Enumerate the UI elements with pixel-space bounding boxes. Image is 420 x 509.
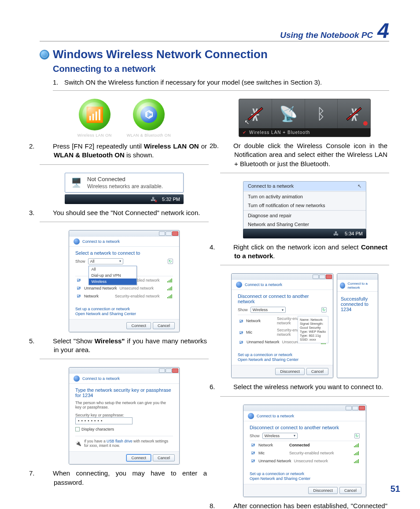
cancel-button[interactable]: Cancel (339, 487, 361, 494)
disconnect-button[interactable]: Disconnect (308, 487, 338, 494)
show-dropdown[interactable]: All▾ All Dial-up and VPN Wireless (88, 258, 123, 264)
network-row[interactable]: 🖳Unnamed NetworkUnsecured network (75, 284, 173, 292)
ctx-connect[interactable]: Connect to a network↖ (243, 182, 366, 191)
taskbar: 🖧 5:32 PM (65, 194, 184, 204)
back-icon[interactable] (74, 238, 80, 245)
wlan-icon[interactable]: 📡 (272, 99, 305, 128)
connect-dialog-show-filter: Connect to a network Select a network to… (69, 230, 180, 332)
section-title: Using the Notebook PC (280, 30, 373, 40)
globe-icon (40, 50, 49, 59)
link-sharing-center[interactable]: Open Network and Sharing Center (238, 357, 327, 362)
taskbar: 🖧 5:34 PM (243, 229, 366, 238)
show-dropdown-menu: All Dial-up and VPN Wireless (88, 266, 137, 285)
dialog-heading: Disconnect or connect to another network (250, 425, 360, 430)
page-title-row: Windows Wireless Network Connection (40, 48, 389, 61)
step-7: 7.When connecting, you may have to enter… (52, 469, 209, 487)
connected-callout-dialog: Connect to a network Successfully connec… (337, 273, 378, 378)
network-row[interactable]: 🖳NetworkSecurity-enabled network (75, 292, 173, 300)
step-1: 1.Switch ON the Wireless function if nec… (53, 78, 389, 91)
taskbar-time: 5:34 PM (345, 231, 363, 236)
cancel-button[interactable]: Cancel (153, 322, 175, 329)
check-icon: ✔ (243, 130, 247, 135)
refresh-icon[interactable]: ↻ (354, 433, 360, 438)
network-tooltip: Name: Network Signal Strength: Good Secu… (298, 316, 328, 343)
wlan-bt-off-icon[interactable]: ᚕ↖ (239, 99, 272, 128)
ctx-diagnose[interactable]: Diagnose and repair (243, 211, 366, 220)
show-dropdown[interactable]: Wireless▾ (262, 433, 298, 439)
close-icon[interactable] (172, 368, 178, 373)
back-icon[interactable] (248, 413, 254, 419)
step-4: 4.Right click on the network icon and se… (232, 243, 389, 261)
refresh-icon[interactable]: ↻ (168, 259, 173, 264)
connect-button[interactable]: Connect (126, 454, 151, 461)
link-sharing-center[interactable]: Open Network and Sharing Center (250, 476, 360, 481)
passphrase-dialog: Connect to a network Type the network se… (69, 367, 180, 464)
not-connected-tooltip: 🖥️ Not Connected Wireless networks are a… (65, 173, 184, 204)
cursor-icon: ↖ (357, 183, 361, 189)
network-row[interactable]: 🖳MicSecurity-enabled network (250, 449, 360, 457)
close-icon[interactable] (172, 231, 178, 236)
link-setup-connection[interactable]: Set up a connection or network (250, 472, 360, 476)
ctx-notification[interactable]: Turn off notification of new networks (243, 201, 366, 210)
network-tray-icon[interactable]: 🖧 (151, 196, 156, 202)
tooltip-subtitle: Wireless networks are available. (87, 183, 163, 189)
step-8: 8.After connection has been established,… (232, 502, 389, 509)
ctx-sharing[interactable]: Network and Sharing Center (243, 220, 366, 229)
link-sharing-center[interactable]: Open Network and Sharing Center (75, 312, 173, 316)
tooltip-title: Not Connected (87, 176, 163, 182)
display-chars-checkbox[interactable]: Display characters (75, 427, 173, 431)
network-row[interactable]: 🖳NetworkConnected (250, 441, 360, 449)
monitors-icon: 🖥️ (70, 176, 83, 189)
step-2: 2.Press [FN F2] repeatedly until Wireles… (52, 142, 209, 160)
wlan-on-caption: Wireless LAN ON (77, 133, 112, 137)
osd-icons: 📶 Wireless LAN ON ⌬ WLAN & Bluetooth ON (77, 99, 171, 137)
select-network-dialog: Connect to a network Disconnect or conne… (231, 273, 333, 378)
cursor-icon: ↖ (244, 119, 250, 126)
dialog-heading: Type the network security key or passphr… (75, 387, 173, 398)
step-2b: 2b.Or double click the Wireless Console … (232, 141, 389, 168)
step-6: 6.Select the wireless network you want t… (232, 383, 389, 391)
cancel-button[interactable]: Cancel (306, 368, 328, 375)
back-icon[interactable] (340, 282, 345, 289)
chapter-number: 4 (377, 21, 389, 40)
all-off-icon[interactable]: ᚕ (338, 99, 370, 128)
strip-label: Wireless LAN + Bluetooth (249, 130, 310, 135)
step-5: 5.Select "Show Wireless" if you have man… (52, 337, 209, 355)
page-number: 51 (391, 484, 400, 494)
network-context-menu-figure: Connect to a network↖ Turn on activity a… (243, 181, 366, 238)
close-icon[interactable] (359, 406, 365, 410)
cancel-button[interactable]: Cancel (153, 454, 175, 461)
taskbar-time: 5:32 PM (162, 197, 180, 202)
context-menu: Connect to a network↖ Turn on activity a… (243, 181, 366, 229)
wireless-console-strip: ᚕ↖ 📡 ᛒ ᚕ ✔Wireless LAN + Bluetooth (239, 99, 371, 137)
page-header: Using the Notebook PC 4 (40, 21, 389, 41)
dialog-heading: Disconnect or connect to another network (238, 294, 327, 304)
connect-button[interactable]: Connect (126, 322, 151, 329)
close-icon[interactable] (326, 275, 332, 279)
show-dropdown[interactable]: Wireless▾ (251, 307, 286, 313)
disconnect-button[interactable]: Disconnect (275, 368, 305, 375)
wlan-bt-on-icon: ⌬ (133, 99, 165, 130)
usb-icon: 🔌 (75, 441, 81, 446)
page-title: Windows Wireless Network Connection (53, 48, 268, 61)
ctx-animation[interactable]: Turn on activity animation (243, 192, 366, 201)
step-3: 3.You should see the "Not Connected" net… (52, 208, 209, 217)
connected-dialog: Connect to a network Disconnect or conne… (243, 405, 366, 497)
back-icon[interactable] (74, 375, 80, 382)
network-tray-icon[interactable]: 🖧 (333, 230, 339, 237)
refresh-icon[interactable]: ↻ (321, 307, 327, 312)
wlan-bt-on-caption: WLAN & Bluetooth ON (127, 133, 171, 137)
wlan-on-icon: 📶 (79, 99, 111, 130)
link-setup-connection[interactable]: Set up a connection or network (238, 353, 327, 357)
network-row[interactable]: 🖳Unnamed NetworkUnsecured network (250, 457, 360, 465)
passphrase-input[interactable]: •••••••• (75, 417, 133, 424)
link-setup-connection[interactable]: Set up a connection or network (75, 307, 173, 311)
back-icon[interactable] (236, 282, 242, 288)
dialog-heading: Select a network to connect to (75, 250, 173, 256)
bluetooth-icon[interactable]: ᛒ (305, 99, 338, 128)
page-subtitle: Connecting to a network (53, 64, 389, 74)
success-callout: Successfully connected to 1234 (341, 296, 374, 312)
